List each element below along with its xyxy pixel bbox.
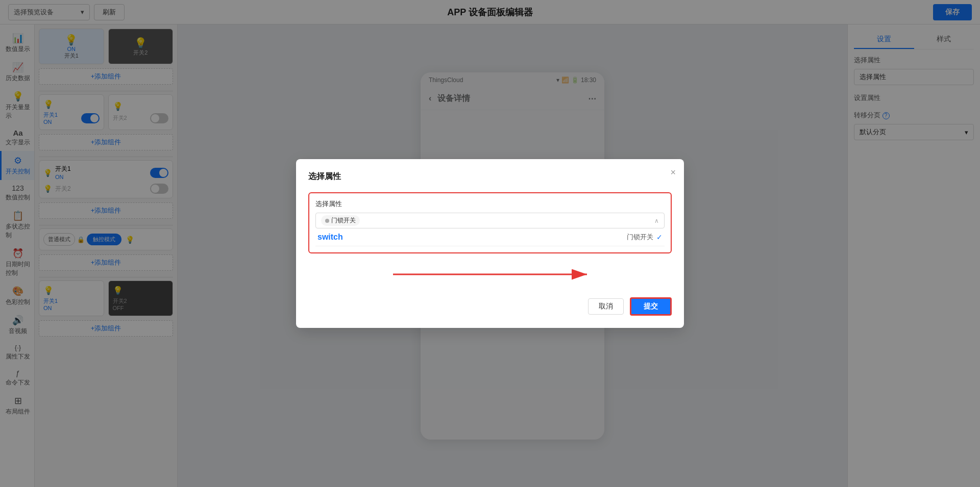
modal-dialog: 选择属性 × 选择属性 门锁开关 ∧ switch 门锁开关 ✓ xyxy=(296,159,684,328)
tag-dot xyxy=(325,219,329,223)
red-arrow-svg xyxy=(383,264,597,285)
modal-footer: 取消 提交 xyxy=(308,297,672,316)
result-tag-label: 门锁开关 xyxy=(627,233,653,242)
select-input-row: 门锁开关 ∧ xyxy=(315,213,665,228)
check-icon: ✓ xyxy=(656,233,663,241)
result-row-switch[interactable]: switch 门锁开关 ✓ xyxy=(315,228,665,246)
modal-close-button[interactable]: × xyxy=(670,167,676,178)
modal-title: 选择属性 xyxy=(308,171,672,182)
dropdown-arrow-icon: ∧ xyxy=(654,217,659,224)
arrow-container xyxy=(308,262,672,287)
tag-label: 门锁开关 xyxy=(331,216,356,225)
cancel-button[interactable]: 取消 xyxy=(588,298,624,315)
submit-button[interactable]: 提交 xyxy=(630,297,672,316)
modal-overlay[interactable]: 选择属性 × 选择属性 门锁开关 ∧ switch 门锁开关 ✓ xyxy=(0,0,980,487)
result-right-tag: 门锁开关 ✓ xyxy=(627,233,663,242)
select-property-inner-label: 选择属性 xyxy=(315,199,665,209)
select-property-box: 选择属性 门锁开关 ∧ switch 门锁开关 ✓ xyxy=(308,192,672,253)
tag-chip-door-lock: 门锁开关 xyxy=(321,215,360,226)
property-search-input[interactable] xyxy=(363,217,654,224)
result-switch-label: switch xyxy=(317,233,343,242)
